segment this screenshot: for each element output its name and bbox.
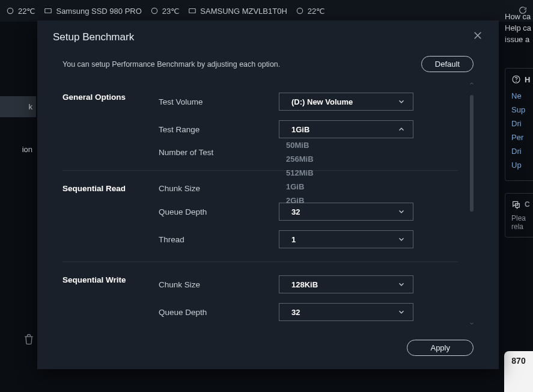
select-sw-queue-value: 32 — [291, 308, 300, 317]
contact-line-2: rela — [511, 222, 533, 231]
trash-icon — [23, 333, 35, 345]
help-link-4[interactable]: Per — [511, 133, 533, 142]
contact-header: C — [525, 200, 530, 209]
select-sw-chunk[interactable]: 128KiB — [279, 275, 413, 293]
svg-point-4 — [297, 8, 302, 13]
contact-box: C Plea rela — [505, 193, 533, 237]
section-title-seq-write: Sequential Write — [62, 275, 153, 293]
apply-button[interactable]: Apply — [407, 340, 474, 356]
help-line-2: Help ca — [505, 23, 533, 32]
modal-body: General Options Test Volume (D:) New Vol… — [62, 79, 474, 329]
select-test-volume[interactable]: (D:) New Volume — [279, 93, 413, 111]
temp-item-2: 23℃ — [150, 7, 180, 16]
select-sr-queue-value: 32 — [291, 207, 300, 216]
modal-help-text: You can setup Performance Benchmark by a… — [62, 60, 280, 69]
label-test-volume: Test Volume — [159, 97, 273, 106]
help-line-3: issue a — [505, 35, 533, 44]
scrollbar-thumb[interactable] — [470, 95, 474, 212]
chat-icon — [511, 200, 521, 209]
close-icon — [472, 30, 483, 41]
section-title-seq-read: Sequential Read — [62, 184, 153, 193]
help-link-3[interactable]: Dri — [511, 119, 533, 128]
promo-card[interactable]: 870 — [504, 351, 533, 392]
help-icon — [511, 75, 521, 84]
chevron-down-icon — [397, 97, 406, 106]
help-link-2[interactable]: Sup — [511, 105, 533, 114]
temp-value-3: 22℃ — [308, 7, 325, 16]
select-test-volume-value: (D:) New Volume — [291, 97, 353, 106]
scrollbar[interactable] — [470, 81, 474, 329]
modal-title: Setup Benchmark — [53, 31, 134, 43]
select-test-range[interactable]: 1GiB — [279, 120, 413, 138]
temp-item-3: 22℃ — [296, 7, 325, 16]
temp-value-2: 23℃ — [162, 7, 180, 16]
label-sr-thread: Thread — [159, 235, 273, 244]
option-512mib[interactable]: 512MiB — [274, 166, 409, 180]
svg-point-0 — [7, 8, 13, 13]
svg-rect-3 — [189, 9, 196, 13]
section-seq-write: Sequential Write Chunk Size 128KiB Queue… — [62, 262, 458, 329]
svg-point-6 — [516, 81, 517, 82]
label-number-of-test: Number of Test — [159, 148, 273, 157]
drive-name-2: SAMSUNG MZVLB1T0H — [200, 7, 287, 16]
section-title-general: General Options — [62, 93, 153, 111]
select-sw-queue[interactable]: 32 — [279, 303, 413, 321]
help-line-1: How ca — [505, 12, 533, 21]
select-sw-chunk-value: 128KiB — [291, 280, 318, 289]
left-nav-item-1[interactable]: k — [0, 96, 36, 117]
close-button[interactable] — [472, 30, 483, 44]
help-panel: How ca Help ca issue a H Ne Sup Dri Per … — [505, 12, 533, 237]
label-sr-chunk: Chunk Size — [159, 184, 273, 193]
help-link-1[interactable]: Ne — [511, 91, 533, 100]
chevron-down-icon — [397, 207, 406, 216]
scroll-down-icon[interactable] — [469, 320, 474, 326]
drive-icon — [188, 7, 196, 15]
select-sr-thread[interactable]: 1 — [279, 230, 413, 248]
left-nav-item-2[interactable]: ion — [0, 139, 36, 160]
label-test-range: Test Range — [159, 125, 273, 134]
option-256mib[interactable]: 256MiB — [274, 152, 409, 166]
drive-icon — [44, 7, 52, 15]
chevron-down-icon — [397, 280, 406, 289]
chevron-up-icon — [397, 125, 406, 133]
dropdown-test-range[interactable]: 50MiB 256MiB 512MiB 1GiB 2GiB — [274, 138, 409, 207]
default-button[interactable]: Default — [421, 56, 474, 72]
select-test-range-value: 1GiB — [291, 125, 309, 134]
contact-line-1: Plea — [511, 214, 533, 222]
chevron-down-icon — [397, 308, 406, 316]
svg-rect-1 — [45, 9, 52, 13]
help-header: H — [525, 75, 530, 84]
drive-name-1: Samsung SSD 980 PRO — [56, 7, 141, 16]
help-link-6[interactable]: Up — [511, 161, 533, 170]
temp-item-1: 22℃ — [6, 7, 35, 16]
setup-benchmark-modal: Setup Benchmark You can setup Performanc… — [37, 20, 499, 369]
svg-point-2 — [151, 8, 157, 13]
top-status-bar: 22℃ Samsung SSD 980 PRO 23℃ SAMSUNG MZVL… — [0, 0, 533, 22]
help-box: H Ne Sup Dri Per Dri Up — [505, 68, 533, 181]
temp-value-1: 22℃ — [18, 7, 35, 16]
chevron-down-icon — [397, 235, 406, 243]
scroll-up-icon[interactable] — [469, 81, 474, 87]
section-general: General Options Test Volume (D:) New Vol… — [62, 79, 458, 171]
drive-item-2[interactable]: SAMSUNG MZVLB1T0H — [188, 7, 287, 16]
help-link-5[interactable]: Dri — [511, 147, 533, 156]
thermometer-icon — [6, 7, 14, 15]
label-sr-queue: Queue Depth — [159, 207, 273, 216]
thermometer-icon — [296, 7, 304, 15]
option-1gib[interactable]: 1GiB — [274, 180, 409, 194]
label-sw-queue: Queue Depth — [159, 308, 273, 317]
select-sr-thread-value: 1 — [291, 235, 296, 244]
option-50mib[interactable]: 50MiB — [274, 138, 409, 152]
thermometer-icon — [150, 7, 159, 15]
drive-item-1[interactable]: Samsung SSD 980 PRO — [44, 7, 141, 16]
label-sw-chunk: Chunk Size — [159, 280, 273, 289]
option-2gib[interactable]: 2GiB — [274, 194, 409, 207]
trash-button[interactable] — [23, 333, 35, 348]
